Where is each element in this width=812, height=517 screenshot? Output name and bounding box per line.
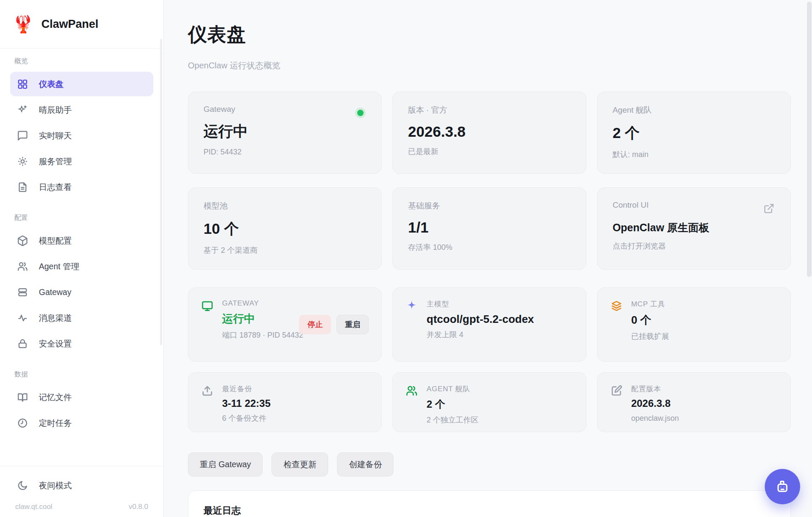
- recent-logs-title: 最近日志: [188, 491, 790, 517]
- stat-value: 运行中: [204, 122, 366, 141]
- sidebar-item-label: 定时任务: [39, 417, 72, 429]
- layers-icon: [610, 300, 623, 312]
- stat-card-control-ui[interactable]: Control UI OpenClaw 原生面板 点击打开浏览器: [597, 187, 791, 270]
- users-icon: [405, 384, 418, 397]
- stat-sub: 点击打开浏览器: [613, 241, 775, 251]
- status-online-dot: [357, 110, 364, 116]
- stat-sub: 已是最新: [408, 146, 570, 157]
- info-label: 最近备份: [222, 384, 271, 394]
- info-label: 配置版本: [631, 384, 679, 394]
- sidebar-footer: 夜间模式 claw.qt.cool v0.8.0: [0, 466, 163, 517]
- robot-icon: [774, 478, 791, 495]
- sidebar-nav: 概览 仪表盘 晴辰助手 实时聊天 服务管理 日志查看: [0, 49, 163, 466]
- create-backup-button[interactable]: 创建备份: [337, 452, 394, 476]
- sidebar-item-label: 晴辰助手: [39, 104, 72, 116]
- night-mode-label: 夜间模式: [39, 480, 72, 491]
- chat-bubble-icon: [17, 130, 28, 141]
- stat-card-base-services: 基础服务 1/1 存活率 100%: [392, 187, 586, 270]
- stat-value: OpenClaw 原生面板: [613, 221, 775, 235]
- info-sub: 2 个独立工作区: [426, 415, 478, 425]
- sidebar-item-label: 消息渠道: [39, 312, 72, 324]
- sidebar-item-logs[interactable]: 日志查看: [10, 175, 153, 199]
- stat-sub: 默认: main: [613, 149, 775, 160]
- sidebar-item-memory-files[interactable]: 记忆文件: [10, 385, 153, 409]
- sidebar-item-agent-management[interactable]: Agent 管理: [10, 254, 153, 279]
- sidebar-item-model-config[interactable]: 模型配置: [10, 228, 153, 253]
- assistant-fab-button[interactable]: [765, 469, 800, 504]
- sidebar-item-label: 模型配置: [39, 235, 72, 246]
- server-icon: [17, 287, 28, 298]
- info-card-main-model: 主模型 qtcool/gpt-5.2-codex 并发上限 4: [392, 287, 586, 362]
- info-cards-grid: GATEWAY 运行中 端口 18789 · PID 54432 停止 重启 主…: [188, 287, 791, 432]
- info-label: GATEWAY: [222, 299, 303, 308]
- stat-card-model-pool: 模型池 10 个 基于 2 个渠道商: [188, 187, 382, 270]
- stat-sub: 存活率 100%: [408, 242, 570, 252]
- stat-value: 10 个: [204, 219, 366, 239]
- info-value: 3-11 22:35: [222, 398, 271, 409]
- stat-value: 2 个: [613, 123, 775, 143]
- stat-card-version: 版本 · 官方 2026.3.8 已是最新: [392, 92, 586, 174]
- stat-label: Control UI: [613, 200, 775, 210]
- sidebar-item-label: Agent 管理: [39, 261, 79, 272]
- restart-gateway-action-button[interactable]: 重启 Gateway: [188, 452, 263, 476]
- app-logo: 🦞 ClawPanel: [0, 0, 163, 49]
- sidebar-item-label: 仪表盘: [39, 78, 64, 90]
- info-card-config-version: 配置版本 2026.3.8 openclaw.json: [597, 372, 791, 432]
- stat-value: 1/1: [408, 219, 570, 236]
- info-value: 0 个: [631, 313, 669, 328]
- sidebar-item-assistant[interactable]: 晴辰助手: [10, 97, 153, 122]
- stop-gateway-button[interactable]: 停止: [299, 315, 331, 334]
- info-label: 主模型: [426, 299, 534, 309]
- info-card-latest-backup: 最近备份 3-11 22:35 6 个备份文件: [188, 372, 382, 432]
- info-sub: 端口 18789 · PID 54432: [222, 330, 303, 340]
- app-title: ClawPanel: [41, 18, 98, 31]
- sidebar-item-label: 安全设置: [39, 338, 72, 349]
- sidebar-item-scheduled-tasks[interactable]: 定时任务: [10, 411, 153, 435]
- sidebar-item-security[interactable]: 安全设置: [10, 331, 153, 356]
- sidebar: 🦞 ClawPanel 概览 仪表盘 晴辰助手 实时聊天 服务管理: [0, 0, 164, 517]
- stat-label: 模型池: [204, 200, 366, 211]
- external-link-icon: [763, 203, 774, 214]
- sidebar-item-gateway[interactable]: Gateway: [10, 280, 153, 304]
- info-sub: 6 个备份文件: [222, 413, 271, 423]
- nav-section-label-overview: 概览: [14, 57, 149, 66]
- sidebar-item-label: 实时聊天: [39, 130, 72, 141]
- sidebar-item-dashboard[interactable]: 仪表盘: [10, 72, 153, 96]
- stat-label: Gateway: [204, 105, 366, 114]
- sidebar-item-label: 记忆文件: [39, 392, 72, 403]
- info-sub: openclaw.json: [631, 413, 679, 423]
- book-open-icon: [17, 392, 28, 403]
- file-text-icon: [17, 181, 28, 193]
- stat-label: Agent 舰队: [613, 105, 775, 116]
- edit-square-icon: [610, 384, 623, 397]
- sparkle-icon: [405, 300, 418, 312]
- footer-version: v0.8.0: [129, 503, 148, 511]
- sidebar-item-channels[interactable]: 消息渠道: [10, 306, 153, 330]
- sparkles-icon: [17, 104, 28, 116]
- sidebar-item-live-chat[interactable]: 实时聊天: [10, 123, 153, 148]
- info-value: 2026.3.8: [631, 398, 679, 409]
- sidebar-item-label: 服务管理: [39, 156, 72, 167]
- upload-icon: [201, 384, 214, 397]
- footer-domain: claw.qt.cool: [15, 503, 52, 511]
- info-value: qtcool/gpt-5.2-codex: [426, 313, 534, 326]
- info-card-gateway-status: GATEWAY 运行中 端口 18789 · PID 54432 停止 重启: [188, 287, 382, 362]
- restart-gateway-button[interactable]: 重启: [337, 315, 369, 334]
- moon-icon: [17, 480, 28, 491]
- nav-section-label-data: 数据: [14, 370, 149, 379]
- info-sub: 已挂载扩展: [631, 331, 669, 341]
- recent-logs-card: 最近日志: [188, 490, 791, 517]
- info-value: 2 个: [426, 398, 478, 411]
- stat-cards-grid: Gateway 运行中 PID: 54432 版本 · 官方 2026.3.8 …: [188, 92, 791, 270]
- page-title: 仪表盘: [188, 22, 791, 47]
- activity-icon: [17, 312, 28, 324]
- check-updates-button[interactable]: 检查更新: [272, 452, 328, 476]
- stat-sub: PID: 54432: [204, 148, 366, 157]
- sidebar-scrollbar[interactable]: [160, 39, 162, 345]
- nav-section-label-config: 配置: [14, 214, 149, 222]
- page-scrollbar-thumb[interactable]: [807, 2, 812, 277]
- dashboard-grid-icon: [17, 78, 28, 90]
- info-label: MCP 工具: [631, 299, 669, 309]
- night-mode-toggle[interactable]: 夜间模式: [10, 473, 153, 498]
- sidebar-item-services[interactable]: 服务管理: [10, 149, 153, 173]
